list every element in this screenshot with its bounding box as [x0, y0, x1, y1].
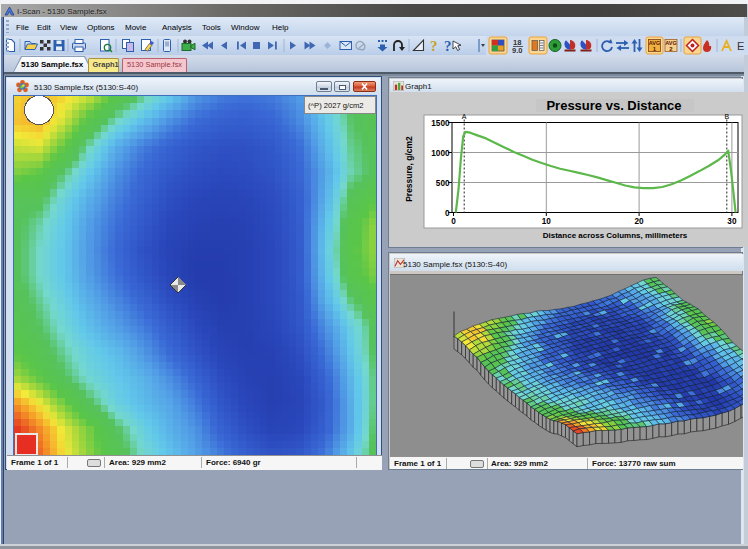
svg-text:20: 20 — [635, 217, 645, 226]
svg-text:30: 30 — [727, 217, 737, 226]
svg-text:?: ? — [430, 38, 438, 54]
svg-text:Pressure, g/cm2: Pressure, g/cm2 — [404, 136, 414, 202]
svg-text:0: 0 — [451, 217, 456, 226]
svg-text:1000: 1000 — [431, 149, 450, 158]
svg-text:0: 0 — [445, 209, 450, 218]
svg-text:1500: 1500 — [431, 119, 450, 128]
svg-text:?: ? — [444, 38, 452, 54]
svg-text:B: B — [724, 113, 729, 120]
svg-text:Distance across Columns, milli: Distance across Columns, millimeters — [543, 231, 688, 240]
svg-text:(^P) 2027 g/cm2: (^P) 2027 g/cm2 — [308, 101, 363, 110]
svg-text:Pressure vs. Distance: Pressure vs. Distance — [546, 98, 681, 113]
svg-text:10: 10 — [542, 217, 552, 226]
svg-text:500: 500 — [436, 179, 450, 188]
svg-text:A: A — [462, 113, 467, 120]
svg-text:E: E — [737, 40, 744, 52]
